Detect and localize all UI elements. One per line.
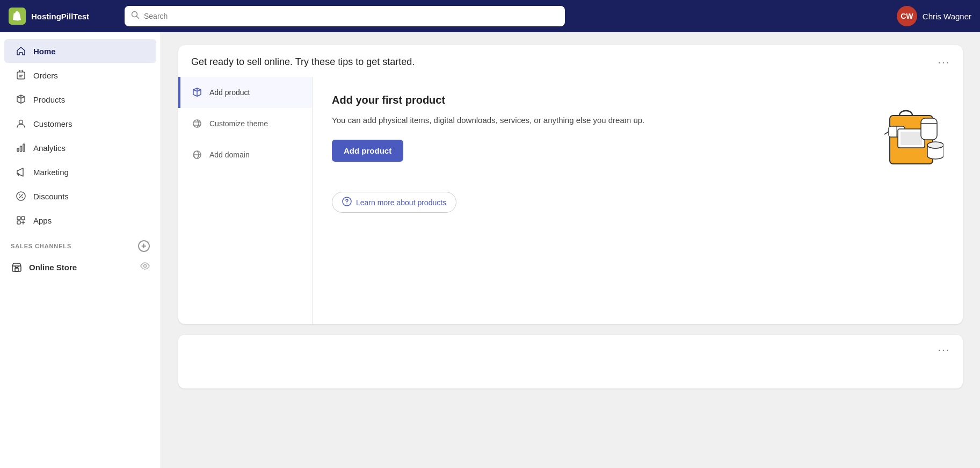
- svg-rect-8: [23, 144, 25, 152]
- learn-more-label: Learn more about products: [356, 198, 446, 207]
- step-add-product[interactable]: Add product: [178, 77, 312, 108]
- shopify-logo: [9, 8, 26, 25]
- svg-point-11: [19, 195, 20, 196]
- svg-point-19: [193, 120, 201, 127]
- step-content-inner: Add your first product You can add physi…: [332, 94, 943, 175]
- sidebar-item-label: Orders: [33, 71, 58, 80]
- sidebar-item-customers[interactable]: Customers: [4, 112, 156, 135]
- sidebar-item-label: Home: [33, 47, 56, 56]
- svg-point-18: [144, 265, 147, 268]
- home-icon: [15, 45, 27, 57]
- sidebar-item-marketing[interactable]: Marketing: [4, 160, 156, 184]
- sales-channels-section: SALES CHANNELS +: [0, 233, 161, 255]
- step-label: Add product: [209, 88, 250, 97]
- svg-rect-13: [17, 217, 20, 220]
- step-label: Add domain: [209, 150, 250, 159]
- step-body: You can add physical items, digital down…: [332, 114, 847, 127]
- add-product-button[interactable]: Add product: [332, 140, 403, 162]
- channel-label: Online Store: [29, 263, 77, 272]
- sidebar-item-label: Analytics: [33, 143, 66, 153]
- add-product-icon: [191, 87, 203, 98]
- sidebar-item-apps[interactable]: Apps: [4, 208, 156, 232]
- marketing-icon: [15, 166, 27, 178]
- sidebar-item-orders[interactable]: Orders: [4, 63, 156, 87]
- user-name: Chris Wagner: [923, 12, 971, 21]
- product-illustration: [858, 94, 943, 175]
- svg-rect-14: [21, 217, 25, 220]
- step-heading: Add your first product: [332, 94, 847, 106]
- svg-rect-17: [15, 268, 18, 271]
- sidebar-item-label: Marketing: [33, 168, 69, 177]
- svg-rect-29: [921, 118, 937, 140]
- learn-more-button[interactable]: Learn more about products: [332, 192, 456, 213]
- sales-channels-label: SALES CHANNELS: [11, 243, 71, 249]
- svg-point-31: [346, 204, 347, 205]
- svg-rect-6: [17, 148, 19, 152]
- topbar: HostingPillTest CW Chris Wagner: [0, 0, 980, 32]
- steps-layout: Add product Customize theme: [178, 77, 963, 324]
- sidebar-item-label: Discounts: [33, 192, 69, 201]
- sidebar-item-analytics[interactable]: Analytics: [4, 136, 156, 160]
- add-domain-icon: [191, 149, 203, 161]
- svg-point-12: [22, 197, 23, 198]
- svg-point-5: [19, 120, 23, 124]
- sidebar-item-discounts[interactable]: Discounts: [4, 184, 156, 208]
- customize-theme-icon: [191, 118, 203, 129]
- analytics-icon: [15, 142, 27, 154]
- search-icon: [131, 11, 140, 21]
- getting-started-card: Get ready to sell online. Try these tips…: [178, 45, 963, 324]
- sidebar-item-label: Customers: [33, 119, 72, 128]
- card-menu-button[interactable]: ···: [938, 56, 950, 68]
- sidebar-item-label: Apps: [33, 216, 52, 225]
- search-area: [125, 6, 565, 26]
- apps-icon: [15, 214, 27, 226]
- step-text: Add your first product You can add physi…: [332, 94, 847, 162]
- svg-rect-16: [12, 266, 21, 271]
- step-label: Customize theme: [209, 119, 268, 128]
- card-header: Get ready to sell online. Try these tips…: [178, 45, 963, 77]
- card2-menu-button[interactable]: ···: [938, 343, 950, 356]
- second-card: ···: [178, 335, 963, 388]
- user-menu[interactable]: CW Chris Wagner: [897, 6, 971, 26]
- discounts-icon: [15, 190, 27, 202]
- main-content: Get ready to sell online. Try these tips…: [161, 32, 980, 468]
- add-channel-button[interactable]: +: [138, 240, 150, 252]
- eye-icon[interactable]: [140, 261, 150, 273]
- card-title: Get ready to sell online. Try these tips…: [191, 56, 415, 68]
- question-circle-icon: [342, 197, 352, 208]
- brand: HostingPillTest: [9, 8, 116, 25]
- svg-point-28: [927, 142, 943, 148]
- orders-icon: [15, 69, 27, 81]
- main-layout: Home Orders Products: [0, 32, 980, 468]
- sidebar-item-online-store[interactable]: Online Store: [0, 255, 161, 279]
- svg-rect-26: [901, 132, 922, 145]
- step-content-area: Add your first product You can add physi…: [313, 77, 963, 324]
- svg-line-1: [137, 17, 139, 19]
- avatar: CW: [897, 6, 917, 26]
- steps-list: Add product Customize theme: [178, 77, 313, 324]
- sidebar-item-label: Products: [33, 95, 65, 104]
- step-customize-theme[interactable]: Customize theme: [178, 108, 312, 139]
- sidebar: Home Orders Products: [0, 32, 161, 468]
- step-add-domain[interactable]: Add domain: [178, 139, 312, 170]
- sidebar-item-home[interactable]: Home: [4, 39, 156, 63]
- search-wrap: [125, 6, 565, 26]
- store-icon: [11, 261, 23, 273]
- customers-icon: [15, 118, 27, 129]
- svg-rect-7: [20, 146, 22, 152]
- search-input[interactable]: [144, 12, 558, 20]
- svg-line-24: [884, 132, 889, 134]
- sidebar-item-products[interactable]: Products: [4, 88, 156, 111]
- svg-rect-15: [17, 221, 20, 224]
- brand-name: HostingPillTest: [31, 12, 89, 21]
- products-icon: [15, 93, 27, 105]
